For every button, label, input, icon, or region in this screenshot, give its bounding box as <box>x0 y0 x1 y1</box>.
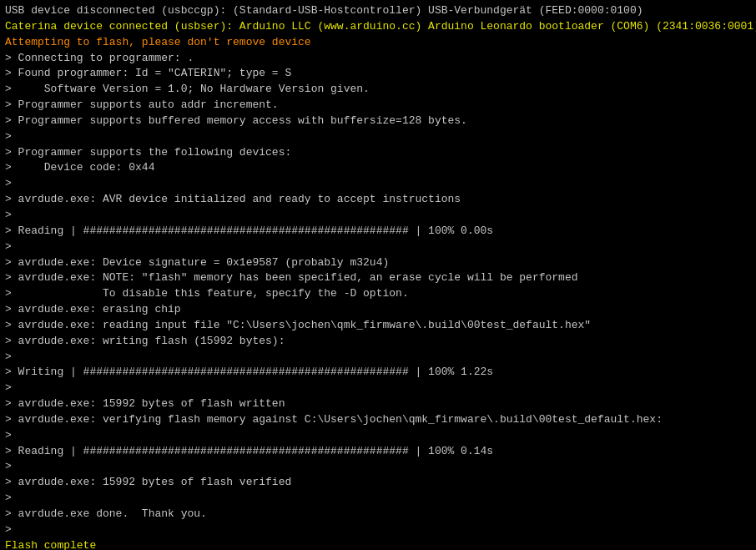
terminal-line: > avrdude.exe: Device signature = 0x1e95… <box>5 255 751 271</box>
terminal-line: > <box>5 381 751 396</box>
terminal-line: > Device code: 0x44 <box>5 160 751 176</box>
terminal-line: Caterina device connected (usbser): Ardu… <box>5 19 751 35</box>
terminal-line: > Reading | ############################… <box>5 444 751 460</box>
terminal-line: > To disable this feature, specify the -… <box>5 286 751 302</box>
terminal-line: USB device disconnected (usbccgp): (Stan… <box>5 3 751 19</box>
terminal-line: > Connecting to programmer: . <box>5 51 751 67</box>
terminal-line: > Programmer supports auto addr incremen… <box>5 98 751 114</box>
terminal-line: > <box>5 208 751 224</box>
terminal-line: > Programmer supports the following devi… <box>5 145 751 161</box>
terminal-line: > Found programmer: Id = "CATERIN"; type… <box>5 66 751 82</box>
terminal-line: > <box>5 459 751 475</box>
terminal-line: > <box>5 428 751 444</box>
terminal-line: > Reading | ############################… <box>5 224 751 240</box>
terminal-line: > Software Version = 1.0; No Hardware Ve… <box>5 82 751 98</box>
terminal-line: > avrdude.exe: 15992 bytes of flash veri… <box>5 475 751 491</box>
terminal-line: > avrdude.exe: verifying flash memory ag… <box>5 412 751 428</box>
terminal-line: > <box>5 176 751 192</box>
terminal-line: > avrdude.exe: 15992 bytes of flash writ… <box>5 396 751 412</box>
terminal-line: > Writing | ############################… <box>5 365 751 381</box>
terminal-line: > <box>5 350 751 366</box>
terminal-line: Flash complete <box>5 538 751 550</box>
terminal-line: > avrdude.exe: writing flash (15992 byte… <box>5 334 751 350</box>
terminal-line: > <box>5 240 751 255</box>
terminal-line: > avrdude.exe: NOTE: "flash" memory has … <box>5 270 751 286</box>
terminal-line: > Programmer supports buffered memory ac… <box>5 114 751 129</box>
terminal-line: > avrdude.exe: AVR device initialized an… <box>5 192 751 208</box>
terminal-line: > avrdude.exe: erasing chip <box>5 302 751 318</box>
terminal-line: > <box>5 522 751 538</box>
terminal-line: > avrdude.exe done. Thank you. <box>5 507 751 522</box>
terminal-line: > avrdude.exe: reading input file "C:\Us… <box>5 318 751 334</box>
terminal-line: > <box>5 491 751 507</box>
terminal-line: > <box>5 129 751 145</box>
terminal-line: Attempting to flash, please don't remove… <box>5 35 751 51</box>
terminal-output[interactable]: USB device disconnected (usbccgp): (Stan… <box>0 0 756 550</box>
